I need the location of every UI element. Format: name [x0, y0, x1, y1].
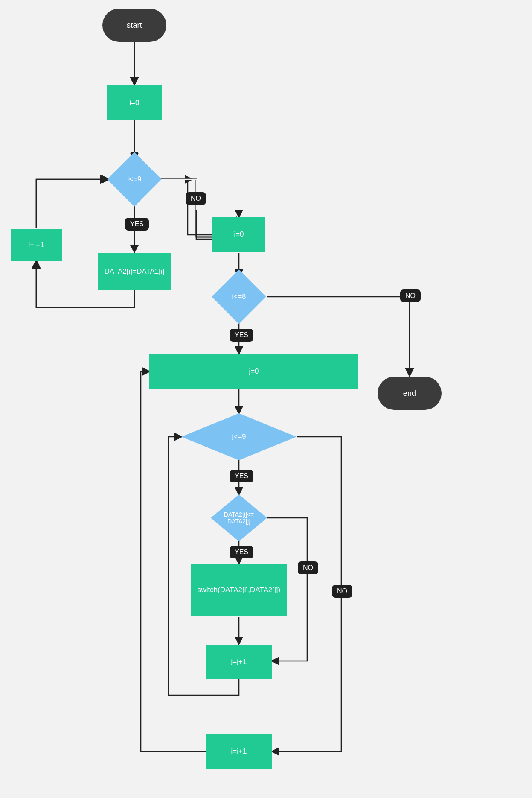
process-i-init-a: i=0 [107, 85, 162, 120]
node-label: i=0 [129, 99, 139, 107]
node-label: switch(DATA2[i],DATA2[j]) [198, 586, 280, 594]
process-i-inc-a: i=i+1 [11, 229, 62, 261]
node-label: start [127, 21, 142, 30]
node-label: i<=9 [127, 175, 141, 184]
decision-i-le-8: i<=8 [220, 278, 258, 316]
edge-label-yes: YES [230, 329, 253, 342]
edge-label-yes: YES [230, 546, 253, 558]
flowchart-canvas: start i=0 i<=9 YES NO DATA2[i]=DATA1[i] … [0, 0, 532, 798]
process-i-inc-b: i=i+1 [206, 734, 272, 769]
process-j-inc: j=j+1 [206, 645, 272, 679]
edge-label-no: NO [400, 289, 421, 302]
decision-i-le-9: i<=9 [115, 160, 154, 199]
process-i-init-b: i=0 [212, 217, 265, 252]
node-label: j=0 [249, 367, 259, 376]
node-label: j=j+1 [231, 658, 247, 666]
decision-j-le-9: j<=9 [181, 413, 297, 460]
process-switch: switch(DATA2[i],DATA2[j]) [191, 564, 287, 616]
edge-label-no: NO [298, 561, 318, 574]
process-copy: DATA2[i]=DATA1[i] [98, 253, 171, 290]
node-label: i=i+1 [29, 241, 44, 249]
node-label: i<=8 [232, 292, 246, 301]
edge-label-yes: YES [230, 470, 253, 482]
terminator-end: end [378, 377, 442, 410]
node-label: end [403, 389, 416, 398]
terminator-start: start [102, 9, 166, 42]
edge-label-yes: YES [125, 218, 149, 231]
node-label: j<=9 [232, 433, 246, 441]
node-label: DATA2[i]=DATA1[i] [105, 267, 165, 276]
process-j-init: j=0 [149, 354, 358, 389]
node-label: DATA2[i]<= DATA2[j] [224, 511, 254, 525]
node-label: i=0 [234, 230, 244, 239]
edge-label-no: NO [186, 192, 206, 205]
node-label: i=i+1 [231, 747, 247, 756]
decision-compare: DATA2[i]<= DATA2[j] [211, 494, 267, 541]
edge-label-no: NO [332, 585, 352, 598]
